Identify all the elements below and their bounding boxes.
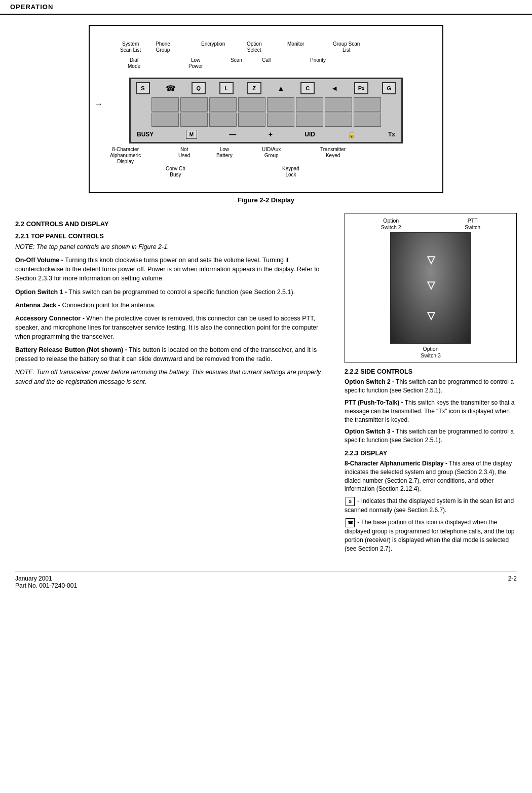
label-keypad-lock: KeypadLock [282,166,299,178]
icon-p2: P2 [354,82,368,94]
radio-display-visual: S ☎ Q L Z ▲ C ◄ P2 G [129,78,403,143]
arrow-switch-2: ▽ [427,254,435,266]
char-cell-2 [180,97,208,112]
left-arrow: → [94,99,103,110]
lock-icon: 🔒 [347,130,356,138]
label-uid-aux: UID/AuxGroup [262,147,281,159]
label-monitor: Monitor [287,41,304,47]
top-labels-area: SystemScan List PhoneGroup Encryption Op… [100,41,432,77]
para-option-switch-1: Option Switch 1 - This switch can be pro… [15,287,334,297]
label-transmitter-keyed: TransmitterKeyed [320,147,346,159]
char-cell-11 [209,113,237,127]
label-ptt-switch: PTTSwitch [465,218,480,230]
label-dial-mode: DialMode [128,57,140,69]
label-priority: Priority [310,57,326,63]
icon-z: Z [247,82,261,94]
subsection-2-2-1-heading: 2.2.1 TOP PANEL CONTROLS [15,233,334,240]
char-cell-4 [238,97,265,112]
minus-icon: — [229,130,236,138]
subsection-2-2-2-heading: 2.2.2 SIDE CONTROLS [345,368,517,375]
side-controls-diagram: OptionSwitch 2 PTTSwitch ▽ ▽ ▽ OptionSwi… [345,213,517,363]
char-cell-5 [267,97,294,112]
para-battery-release: Battery Release Button (Not shown) - Thi… [15,345,334,364]
label-option-select: OptionSelect [247,41,261,53]
char-cell-10 [180,113,208,127]
bottom-labels-area: 8-CharacterAlphanumericDisplay NotUsed L… [100,147,432,182]
m-icon: M [186,130,197,139]
label-low-battery: LowBattery [216,147,233,159]
header-title: OPERATION [10,3,53,11]
label-conv-ch-busy: Conv ChBusy [166,166,185,178]
para-8char-display: 8-Character Alphanumeric Display - This … [345,459,517,493]
char-cell-3 [209,97,237,112]
para-option-switch-2: Option Switch 2 - This switch can be pro… [345,378,517,395]
icon-g: G [382,82,396,94]
main-heading: 2.2 CONTROLS AND DISPLAY [15,220,334,228]
icon-c: C [300,82,315,94]
label-encryption: Encryption [201,41,225,47]
para-accessory-connector: Accessory Connector - When the protectiv… [15,314,334,341]
page-header: OPERATION [0,0,532,15]
para-option-switch-3: Option Switch 3 - This switch can be pro… [345,427,517,445]
arrow-switch-3: ▽ [427,309,435,321]
plus-icon: + [269,130,273,138]
char-cell-14 [296,113,323,127]
subsection-2-2-3-heading: 2.2.3 DISPLAY [345,450,517,457]
icon-arrow-left: ◄ [328,82,340,94]
radio-icon-row: S ☎ Q L Z ▲ C ◄ P2 G [135,81,397,95]
label-option-switch-2: OptionSwitch 2 [381,218,401,230]
label-group-scan-list: Group ScanList [333,41,360,53]
display-diagram: SystemScan List PhoneGroup Encryption Op… [89,25,443,193]
uid-text: UID [305,131,315,138]
para-phone-icon: ☎ - The base portion of this icon is dis… [345,518,517,553]
icon-s: S [136,82,150,94]
para-on-off-volume: On-Off Volume - Turning this knob clockw… [15,256,334,283]
char-cell-15 [325,113,352,127]
label-8char: 8-CharacterAlphanumericDisplay [110,147,141,165]
para-antenna-jack: Antenna Jack - Connection point for the … [15,301,334,310]
char-cell-13 [267,113,294,127]
para-scan-icon: S - Indicates that the displayed system … [345,497,517,515]
footer-left: January 2001 Part No. 001-7240-001 [15,575,77,589]
footer-date: January 2001 [15,575,77,582]
s-icon-inline: S [346,497,355,506]
char-row-1 [135,97,397,112]
side-top-labels: OptionSwitch 2 PTTSwitch [349,218,512,230]
status-row: BUSY M — + UID 🔒 Tx [135,129,397,140]
note-top-panel: NOTE: The top panel controls are shown i… [15,242,334,251]
char-cell-9 [151,113,179,127]
page-footer: January 2001 Part No. 001-7240-001 2-2 [15,571,517,589]
busy-indicator: BUSY [137,131,154,138]
label-phone-group: PhoneGroup [156,41,170,53]
char-cell-16 [354,113,381,127]
icon-triangle: ▲ [275,82,287,94]
label-option-switch-3: OptionSwitch 3 [349,346,512,358]
note-battery-removal: NOTE: Turn off transceiver power before … [15,368,334,386]
label-scan: Scan [231,57,242,63]
char-cell-8 [354,97,381,112]
char-cell-6 [296,97,323,112]
char-row-2 [135,113,397,127]
footer-page: 2-2 [508,575,517,589]
icon-q: Q [192,82,206,94]
label-system-scan-list: SystemScan List [120,41,141,53]
side-controls-image: ▽ ▽ ▽ [390,232,471,344]
label-low-power: LowPower [188,57,203,69]
label-not-used: NotUsed [178,147,190,159]
footer-part: Part No. 001-7240-001 [15,582,77,589]
tx-text: Tx [388,131,395,138]
para-ptt: PTT (Push-To-Talk) - This switch keys th… [345,399,517,424]
icon-l: L [219,82,234,94]
icon-phone: ☎ [164,82,178,94]
char-cell-12 [238,113,265,127]
figure-caption: Figure 2-2 Display [15,196,517,204]
arrow-ptt: ▽ [427,279,435,291]
left-column: 2.2 CONTROLS AND DISPLAY 2.2.1 TOP PANEL… [15,213,334,556]
right-column: OptionSwitch 2 PTTSwitch ▽ ▽ ▽ OptionSwi… [345,213,517,556]
phone-icon-inline: ☎ [346,518,355,527]
char-cell-1 [151,97,179,112]
label-call: Call [262,57,271,63]
char-cell-7 [325,97,352,112]
